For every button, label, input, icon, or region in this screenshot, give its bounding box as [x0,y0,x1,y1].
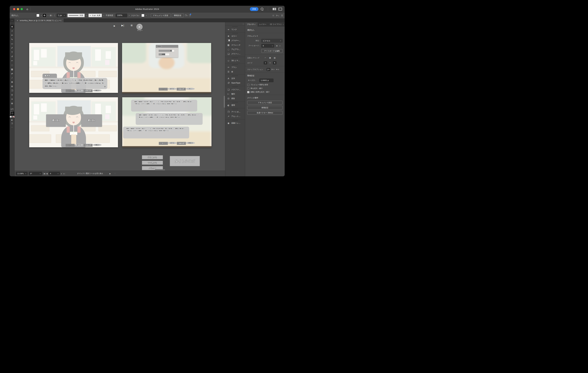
home-icon[interactable]: ⌂ [26,8,28,10]
smart-guides-icon[interactable]: ↯ [273,61,276,64]
unit-select[interactable]: ピクセル∨ [261,39,283,42]
pasteboard[interactable]: ▶ ▶| ≡ ✕ メニュー [15,22,225,171]
ruler-icon[interactable]: ⌐ [264,56,267,59]
crop-widget-icon[interactable]: ❒∨ [185,14,188,17]
settings-button[interactable]: 各種設定 [93,89,102,92]
workspace-icon[interactable] [273,8,276,10]
panel-grip[interactable] [232,33,238,34]
skip-icon-object[interactable]: ▶| [121,24,124,27]
fill-swatch[interactable] [36,14,39,17]
panel-asset-export[interactable]: ↗アセット... [225,114,245,119]
prev-artboard-icon[interactable]: ◀ [276,45,277,47]
artboard-4[interactable]: 親譲りの無鉄砲で小供の時から損ばかりしている。小学校に居る時分学校の二階から飛び… [122,97,211,147]
direct-selection-tool[interactable]: ➢ [10,29,14,33]
settings-button[interactable]: 各種設定 [93,144,102,146]
artboard-2[interactable]: 音量調節 曲 効果音 ログ オート スキップ 戻る [122,43,211,93]
artboard-number-field[interactable]: 4∨ [261,44,274,48]
horizontal-scrollbar[interactable] [155,169,165,170]
next-artboard-icon[interactable]: ▶ [280,45,281,47]
panel-toggle-icon[interactable] [278,8,282,10]
color-mode-buttons[interactable] [10,116,15,118]
more-tools-icon[interactable]: ⋯ [10,125,14,129]
type-tool[interactable]: T [10,50,14,54]
panel-gradient[interactable]: グラデー... [225,38,245,43]
checkbox-unchecked-icon[interactable] [247,87,249,90]
panel-artboards[interactable]: ❐アートボ... [225,110,245,114]
music-volume-thumb[interactable] [172,50,174,52]
preferences-button[interactable]: 環境設定 [172,13,184,17]
snap-to-point-icon[interactable]: |⊃ [267,68,270,71]
arrange-documents-icon[interactable]: ⊞ [272,14,274,17]
brush-select[interactable]: •3 pt. 丸筆 [88,14,102,17]
transparency-grid-icon[interactable]: ▨ [273,56,276,59]
title-logo-object[interactable]: タイトルロゴ [170,156,200,166]
chevron-down-icon[interactable]: ∨ [103,15,104,16]
tab-properties[interactable]: プロパティ [245,22,258,27]
skip-button[interactable]: スキップ [177,142,186,145]
chevron-down-icon[interactable]: ∨ [146,15,147,16]
choice-2-button[interactable]: 選択肢2 [81,114,102,127]
panel-brushes[interactable]: ✑ブラシ [225,65,245,70]
panel-3d[interactable]: ◇3D とマ... [225,58,245,63]
artboard-tool[interactable]: ❒ [10,89,14,93]
chevron-down-icon[interactable]: ∨ [41,15,42,16]
pen-tool[interactable]: ✒ [10,33,14,37]
continue-button-object[interactable]: つづきから [142,161,163,165]
panel-graphic-styles[interactable]: ❏グラフィ... [225,52,245,56]
style-swatch[interactable] [141,14,144,17]
panel-image-trace[interactable]: ◉画像トレ... [225,121,245,125]
zoom-window-button[interactable] [21,8,23,10]
show-guides-icon[interactable]: ⌗ [264,61,267,64]
close-tab-icon[interactable]: × [17,20,18,22]
opacity-field[interactable]: 100% [116,14,127,17]
auto-button[interactable]: オート [168,88,177,90]
mesh-tool[interactable]: ▦ [10,67,14,71]
volume-dialog[interactable]: 音量調節 曲 効果音 [156,45,178,58]
sfx-volume-thumb[interactable] [165,53,169,55]
panel-grip[interactable] [232,57,238,58]
first-artboard-icon[interactable]: |◀ [43,173,45,175]
panel-grip[interactable] [232,102,238,103]
rotation-select[interactable]: 0°∨ [29,172,42,175]
panel-transparency[interactable]: ◐透明 [225,103,245,107]
scale-corners-row[interactable]: 角を拡大・縮小 [247,87,283,90]
auto-button[interactable]: オート [75,144,84,146]
snap-to-pixel-icon[interactable]: ⊨⊃ [276,68,279,71]
play-icon-object[interactable]: ▶ [114,25,115,27]
curvature-tool[interactable]: ✎ [10,37,14,41]
stroke-color-swatch[interactable] [11,112,14,115]
toolbar-collapse-icon[interactable]: » [10,19,14,22]
start-button-object[interactable]: はじめから [142,155,163,159]
panel-transform[interactable]: ⊡変形 [225,96,245,101]
dock-collapse-icon[interactable]: « [243,23,244,25]
keyboard-increment-field[interactable]: 1.0001 p [259,79,273,82]
hamburger-icon-object[interactable]: ≡ [130,24,133,27]
scissors-tool[interactable]: ✂ [10,59,14,63]
quick-preferences-button[interactable]: 環境設定 [247,106,283,110]
chevron-right-icon[interactable]: > [129,15,130,16]
log-button[interactable]: ログ [159,88,168,91]
edit-artboards-button[interactable]: アートボードを編集 [261,49,283,53]
draw-normal-icon[interactable]: ❐ [10,122,14,125]
document-tab[interactable]: × enterKey_Main.ai @ 13.58 % (RGB/プレビュー) [14,19,64,22]
panel-grip[interactable] [232,109,238,109]
grid-icon[interactable]: ▦ [268,56,272,59]
back-button[interactable]: 戻る [159,142,168,145]
play-status-icon[interactable]: ▶ [109,173,111,175]
panel-swatches[interactable]: ▦スウォッチ [225,43,245,47]
settings-button[interactable]: 各種設定 [186,142,195,144]
lock-guides-icon[interactable]: ⌗ [268,61,272,64]
screen-mode-icon[interactable]: ◐ [10,118,14,122]
status-chevron-icon[interactable]: 〈 [114,172,116,175]
artboard-3[interactable]: 選択肢1 選択肢2 ログ オート スキップ 各種設定 [29,97,118,147]
sfx-volume-slider[interactable]: 効果音 [159,53,166,55]
checkbox-unchecked-icon[interactable] [247,84,249,86]
rectangle-tool[interactable]: ▭ [10,42,14,46]
export-icon[interactable]: ❒ [189,14,191,17]
share-button[interactable]: 共有 [250,7,258,11]
none-button[interactable] [13,116,15,118]
panel-opentype[interactable]: OOpenType [225,81,245,85]
color-button[interactable] [10,116,11,118]
preview-bounds-row[interactable]: プレビュー境界を使用 [247,84,283,86]
close-circle-object[interactable]: ✕ [136,24,143,30]
